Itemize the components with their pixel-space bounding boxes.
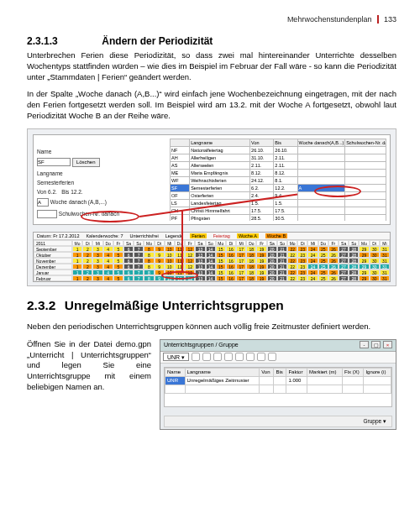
close-icon[interactable]: × bbox=[383, 341, 392, 348]
btn-delete[interactable]: Löschen bbox=[72, 158, 100, 167]
heading2-num: 2.3.2 bbox=[27, 298, 55, 312]
max-icon[interactable]: ▢ bbox=[371, 341, 381, 348]
highlight-oval-cal bbox=[161, 271, 198, 280]
highlight-oval-right bbox=[314, 186, 361, 197]
cal-leg-3: Feiertag bbox=[213, 233, 230, 238]
heading2-title: Unregelmäßige Unterrichtsgruppen bbox=[65, 298, 284, 312]
cal-wa: Woche A bbox=[237, 233, 259, 238]
page-header: Mehrwochenstundenplan 133 bbox=[27, 15, 396, 24]
tool-icon-2[interactable] bbox=[202, 353, 211, 361]
lbl-bis: Bis bbox=[61, 189, 69, 195]
figure-unterrichtsgruppen: Unterrichtsgruppen / Gruppe - ▢ × UNR ▾ … bbox=[160, 339, 396, 430]
ug-table: NameLangnameVonBisFaktorMarkiert (m)Fix … bbox=[165, 368, 391, 394]
tool-icon-1[interactable] bbox=[192, 353, 200, 361]
heading-2-3-1-3: 2.3.1.3 Ändern der Periodizität bbox=[27, 35, 396, 47]
highlight-oval-left bbox=[81, 211, 139, 222]
input-woche-danach[interactable] bbox=[37, 198, 49, 207]
tool-icon-4[interactable] bbox=[224, 353, 233, 361]
tool-icon-6[interactable] bbox=[246, 353, 255, 361]
lbl-von: Von bbox=[37, 189, 46, 195]
para-2: In der Spalte „Woche danach (A,B...)“ wi… bbox=[27, 89, 396, 121]
arrow-vertical bbox=[181, 211, 183, 271]
lbl-name: Name bbox=[37, 149, 87, 154]
tool-icon-8[interactable] bbox=[268, 353, 276, 361]
page-number: 133 bbox=[377, 15, 396, 24]
combo-unr[interactable]: UNR ▾ bbox=[163, 353, 189, 361]
input-name[interactable] bbox=[37, 158, 71, 166]
cal-datum: Datum: Fr 17.2.2012 bbox=[37, 233, 79, 238]
cal-leg-1: Legende bbox=[165, 233, 183, 238]
lbl-woche-danach: Woche danach (A,B,...) bbox=[50, 199, 107, 205]
input-swn[interactable] bbox=[37, 210, 57, 218]
para-3: Neben den periodischen Unterrichtsgruppe… bbox=[27, 322, 396, 332]
tool-icon-5[interactable] bbox=[235, 353, 244, 361]
cal-leg-0: Unterrichtsfrei bbox=[129, 233, 158, 238]
heading-2-3-2: 2.3.2 Unregelmäßige Unterrichtsgruppen bbox=[27, 298, 396, 313]
lbl-langname: Langname bbox=[37, 170, 87, 176]
figure-ferien-window: Name Löschen Langname Semesterferien Von… bbox=[27, 128, 396, 286]
para-4: Öffnen Sie in der Datei demo.gpn „Unterr… bbox=[27, 339, 151, 393]
cal-kw: Kalenderwoche: 7 bbox=[86, 233, 123, 238]
heading-title: Ändern der Periodizität bbox=[102, 35, 213, 47]
status-footer: Gruppe ▾ bbox=[164, 416, 392, 427]
min-icon[interactable]: - bbox=[360, 341, 369, 348]
tool-icon-3[interactable] bbox=[213, 353, 222, 361]
win-title: Unterrichtsgruppen / Gruppe bbox=[164, 339, 239, 351]
cal-leg-2: Ferien bbox=[190, 233, 207, 238]
window-buttons: - ▢ × bbox=[359, 339, 392, 351]
lbl-semesterferien: Semesterferien bbox=[37, 180, 74, 186]
ferien-window: Name Löschen Langname Semesterferien Von… bbox=[33, 134, 391, 225]
para-1: Unterbrechen Ferien diese Periodizität, … bbox=[27, 50, 396, 82]
cal-wb: Woche B bbox=[265, 233, 287, 238]
header-title: Mehrwochenstundenplan bbox=[287, 15, 372, 24]
val-bis: 12.2. bbox=[71, 189, 82, 195]
heading-num: 2.3.1.3 bbox=[27, 35, 99, 47]
calendar-panel: Datum: Fr 17.2.2012 Kalenderwoche: 7 Unt… bbox=[33, 232, 391, 282]
val-von: 6.2. bbox=[48, 189, 57, 195]
tool-icon-7[interactable] bbox=[257, 353, 265, 361]
